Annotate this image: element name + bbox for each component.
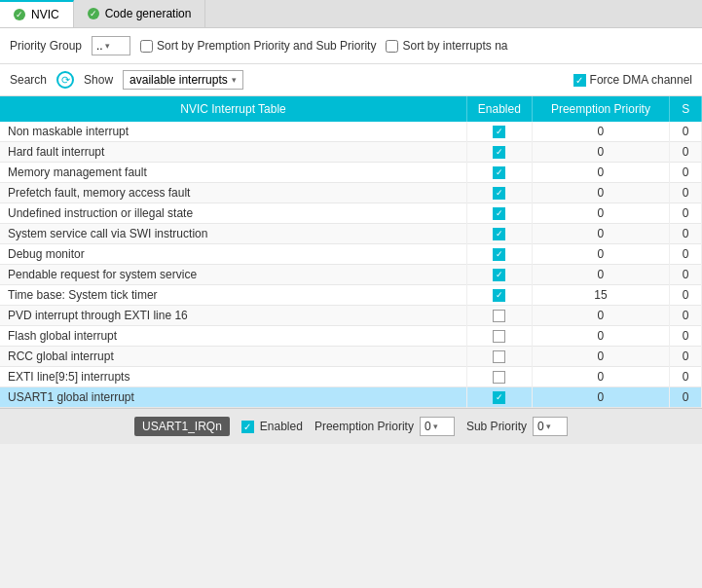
enabled-cell[interactable]: ✓	[467, 163, 533, 183]
tab-code-generation[interactable]: ✓ Code generation	[74, 0, 206, 27]
interrupt-name: EXTI line[9:5] interrupts	[0, 367, 467, 387]
show-value: available interrupts	[129, 73, 228, 87]
bottom-sub-priority-label: Sub Priority	[466, 420, 527, 433]
enabled-checkbox-checked[interactable]: ✓	[493, 207, 505, 220]
sub-priority-value: 0	[670, 326, 702, 347]
priority-group-dropdown[interactable]: .. ▾	[92, 36, 130, 55]
preemption-value: 0	[532, 244, 670, 265]
preemption-value: 0	[532, 163, 670, 183]
sort-premption-label: Sort by Premption Priority and Sub Prior…	[157, 39, 376, 53]
tab-nvic[interactable]: ✓ NVIC	[0, 0, 74, 27]
enabled-checkbox-unchecked[interactable]	[493, 371, 505, 384]
interrupt-name: RCC global interrupt	[0, 347, 467, 367]
sub-priority-value: 0	[670, 183, 702, 203]
enabled-cell[interactable]: ✓	[467, 142, 533, 163]
enabled-checkbox-checked[interactable]: ✓	[493, 248, 505, 261]
interrupt-name: Hard fault interrupt	[0, 142, 467, 163]
table-row[interactable]: Debug monitor✓00	[0, 244, 702, 265]
col-header-sub: S	[670, 96, 702, 122]
preemption-value: 0	[532, 387, 670, 408]
sort-interrupts-checkbox-item: Sort by interrupts na	[386, 39, 507, 53]
sub-priority-value: 0	[670, 265, 702, 285]
sub-priority-value: 0	[670, 163, 702, 183]
sort-interrupts-checkbox[interactable]	[386, 40, 398, 53]
enabled-cell[interactable]	[467, 326, 533, 347]
enabled-checkbox-checked[interactable]: ✓	[493, 187, 505, 200]
toolbar-row2: Search ⟳ Show available interrupts ▾ ✓ F…	[0, 64, 702, 96]
table-row[interactable]: EXTI line[9:5] interrupts00	[0, 367, 702, 387]
search-icon[interactable]: ⟳	[56, 71, 74, 89]
table-row[interactable]: RCC global interrupt00	[0, 347, 702, 367]
sub-priority-value: 0	[670, 387, 702, 408]
enabled-checkbox-unchecked[interactable]	[493, 310, 505, 322]
sub-priority-value: 0	[670, 203, 702, 224]
enabled-cell[interactable]: ✓	[467, 224, 533, 244]
enabled-checkbox-unchecked[interactable]	[493, 350, 505, 363]
table-row[interactable]: Pendable request for system service✓00	[0, 265, 702, 285]
tab-bar: ✓ NVIC ✓ Code generation	[0, 0, 702, 28]
force-dma-item: ✓ Force DMA channel	[573, 73, 692, 87]
enabled-cell[interactable]	[467, 347, 533, 367]
table-row[interactable]: Flash global interrupt00	[0, 326, 702, 347]
enabled-checkbox-checked[interactable]: ✓	[493, 166, 505, 179]
table-row[interactable]: System service call via SWI instruction✓…	[0, 224, 702, 244]
sub-priority-value: 0	[670, 306, 702, 326]
enabled-checkbox-checked[interactable]: ✓	[493, 146, 505, 159]
priority-group-label: Priority Group	[10, 39, 82, 53]
preemption-value: 0	[532, 326, 670, 347]
nvic-interrupt-table: NVIC Interrupt Table Enabled Preemption …	[0, 96, 702, 408]
enabled-cell[interactable]	[467, 367, 533, 387]
sub-priority-value: 0	[670, 142, 702, 163]
sort-premption-checkbox[interactable]	[140, 40, 153, 53]
priority-group-chevron-icon: ▾	[105, 41, 110, 51]
table-row[interactable]: Prefetch fault, memory access fault✓00	[0, 183, 702, 203]
nvic-tab-label: NVIC	[31, 8, 59, 21]
enabled-checkbox-checked[interactable]: ✓	[493, 228, 505, 240]
table-row[interactable]: Hard fault interrupt✓00	[0, 142, 702, 163]
table-row[interactable]: Time base: System tick timer✓150	[0, 285, 702, 306]
enabled-checkbox-checked[interactable]: ✓	[493, 289, 505, 302]
interrupt-table-container: NVIC Interrupt Table Enabled Preemption …	[0, 96, 702, 408]
interrupt-name: Time base: System tick timer	[0, 285, 467, 306]
table-row[interactable]: PVD interrupt through EXTI line 1600	[0, 306, 702, 326]
table-row[interactable]: Memory management fault✓00	[0, 163, 702, 183]
enabled-cell[interactable]: ✓	[467, 265, 533, 285]
bottom-sub-priority-field: Sub Priority 0 ▾	[466, 417, 568, 436]
interrupt-name: USART1 global interrupt	[0, 387, 467, 408]
enabled-cell[interactable]: ✓	[467, 285, 533, 306]
enabled-cell[interactable]: ✓	[467, 244, 533, 265]
sub-priority-value: 0	[670, 285, 702, 306]
table-row[interactable]: USART1 global interrupt✓00	[0, 387, 702, 408]
interrupt-name: System service call via SWI instruction	[0, 224, 467, 244]
enabled-cell[interactable]	[467, 306, 533, 326]
preemption-value: 0	[532, 203, 670, 224]
bottom-sub-priority-value: 0	[537, 420, 544, 433]
sort-premption-checkbox-item: Sort by Premption Priority and Sub Prior…	[140, 39, 376, 53]
show-label: Show	[84, 73, 113, 87]
interrupt-name: Debug monitor	[0, 244, 467, 265]
interrupt-name: Pendable request for system service	[0, 265, 467, 285]
bottom-sub-priority-dropdown[interactable]: 0 ▾	[533, 417, 568, 436]
enabled-checkbox-checked[interactable]: ✓	[493, 126, 505, 138]
enabled-checkbox-checked[interactable]: ✓	[493, 269, 505, 281]
interrupt-name: Prefetch fault, memory access fault	[0, 183, 467, 203]
enabled-cell[interactable]: ✓	[467, 203, 533, 224]
enabled-checkbox-unchecked[interactable]	[493, 330, 505, 343]
bottom-preemption-label: Preemption Priority	[314, 420, 414, 433]
enabled-cell[interactable]: ✓	[467, 387, 533, 408]
enabled-cell[interactable]: ✓	[467, 183, 533, 203]
bottom-preemption-field: Preemption Priority 0 ▾	[314, 417, 455, 436]
sub-priority-value: 0	[670, 367, 702, 387]
sub-priority-value: 0	[670, 347, 702, 367]
enabled-cell[interactable]: ✓	[467, 122, 533, 142]
table-row[interactable]: Undefined instruction or illegal state✓0…	[0, 203, 702, 224]
bottom-preemption-dropdown[interactable]: 0 ▾	[420, 417, 455, 436]
force-dma-checkbox[interactable]: ✓	[573, 74, 586, 87]
show-dropdown[interactable]: available interrupts ▾	[123, 70, 243, 90]
bottom-enabled-checkbox[interactable]: ✓	[241, 421, 254, 433]
preemption-value: 0	[532, 224, 670, 244]
enabled-checkbox-checked[interactable]: ✓	[493, 391, 505, 404]
preemption-value: 0	[532, 367, 670, 387]
sort-interrupts-label: Sort by interrupts na	[402, 39, 507, 53]
table-row[interactable]: Non maskable interrupt✓00	[0, 122, 702, 142]
